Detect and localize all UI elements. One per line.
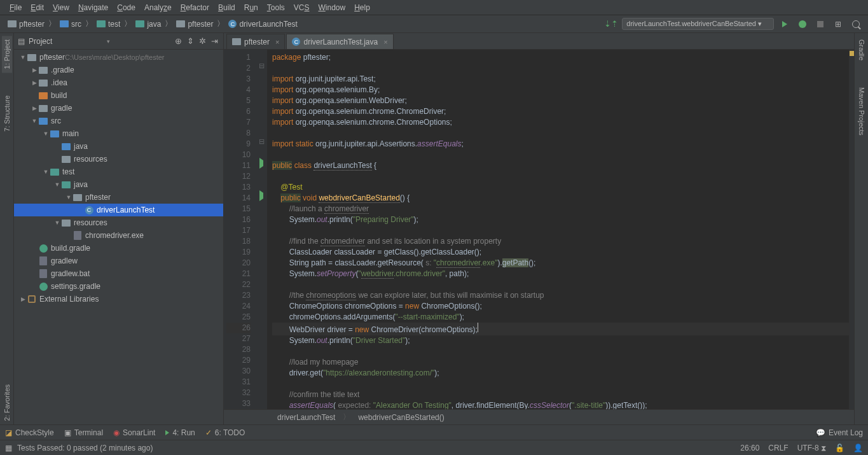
- code-editor[interactable]: package pftester; import org.junit.jupit…: [267, 50, 849, 409]
- breadcrumb-item[interactable]: src: [57, 19, 84, 29]
- tab-run[interactable]: 4: Run: [165, 428, 195, 437]
- tree-row[interactable]: ▼main: [14, 127, 223, 140]
- tree-row[interactable]: ▶.gradle: [14, 64, 223, 76]
- breadcrumb-item[interactable]: CdriverLaunchTest: [226, 19, 300, 29]
- tree-arrow-icon[interactable]: ▼: [42, 130, 50, 137]
- breadcrumb-item[interactable]: pftester: [5, 19, 47, 29]
- status-line-sep[interactable]: CRLF: [768, 444, 788, 452]
- build-icon[interactable]: ⇣⇡: [604, 19, 618, 29]
- run-button[interactable]: [778, 17, 792, 31]
- tree-row[interactable]: ▼java: [14, 178, 223, 191]
- tree-arrow-icon[interactable]: ▼: [53, 181, 61, 188]
- tree-row[interactable]: java: [14, 140, 223, 153]
- tree-row[interactable]: CdriverLaunchTest: [14, 204, 223, 216]
- gutter-run-icon[interactable]: [259, 158, 263, 169]
- bottom-tool-tabs: ◪CheckStyle ▣Terminal ◉SonarLint 4: Run …: [0, 424, 868, 440]
- menu-edit[interactable]: Edit: [26, 3, 48, 12]
- folder-orange-icon: [38, 91, 48, 100]
- menu-navigate[interactable]: Navigate: [74, 3, 113, 12]
- menu-refactor[interactable]: Refactor: [176, 3, 214, 12]
- line-number-gutter[interactable]: 1234567891011121314151617181920212223242…: [224, 50, 256, 409]
- tree-arrow-icon[interactable]: ▼: [53, 220, 61, 226]
- run-config-selector[interactable]: driverLaunchTest.webdriverCanBeStarted ▾: [622, 18, 774, 30]
- folder-teal-icon: [61, 180, 71, 189]
- sidebar-locate-icon[interactable]: ⊕: [174, 36, 183, 46]
- sidebar-collapse-icon[interactable]: ⇕: [186, 36, 195, 46]
- breadcrumb-label: test: [108, 20, 120, 29]
- tree-arrow-icon[interactable]: ▼: [65, 194, 72, 200]
- tool-tab-favorites[interactable]: 2: Favorites: [2, 381, 12, 424]
- menu-analyze[interactable]: Analyze: [140, 3, 176, 12]
- tool-tab-project[interactable]: 1: Project: [2, 36, 12, 73]
- tab-todo[interactable]: ✓6: TODO: [205, 428, 245, 437]
- menu-window[interactable]: Window: [313, 3, 350, 12]
- crumb-class[interactable]: driverLaunchTest: [277, 413, 335, 422]
- tool-tab-structure[interactable]: 7: Structure: [2, 92, 12, 136]
- menu-run[interactable]: Run: [240, 3, 263, 12]
- tree-arrow-icon[interactable]: ▼: [42, 169, 50, 175]
- tree-label: chromedriver.exe: [85, 231, 144, 240]
- folder-icon: [176, 20, 185, 27]
- status-window-icon[interactable]: ▦: [5, 444, 12, 452]
- status-caret-pos[interactable]: 26:60: [740, 444, 759, 452]
- crumb-method[interactable]: webdriverCanBeStarted(): [358, 413, 444, 422]
- tree-arrow-icon[interactable]: ▶: [19, 296, 27, 302]
- tree-row[interactable]: ▼resources: [14, 216, 223, 229]
- tool-tab-maven[interactable]: Maven Projects: [857, 83, 867, 139]
- tree-arrow-icon[interactable]: ▼: [19, 54, 27, 60]
- tab-sonarlint[interactable]: ◉SonarLint: [113, 428, 155, 437]
- gutter-run-icon[interactable]: [259, 190, 263, 201]
- tree-arrow-icon[interactable]: ▼: [31, 118, 38, 124]
- sidebar-hide-icon[interactable]: ⇥: [210, 36, 219, 46]
- breadcrumb-item[interactable]: pftester: [174, 19, 216, 29]
- tree-arrow-icon[interactable]: ▶: [31, 67, 38, 73]
- tree-row[interactable]: gradlew.bat: [14, 267, 223, 280]
- warning-marker[interactable]: [850, 51, 854, 56]
- tree-row[interactable]: gradlew: [14, 255, 223, 267]
- tree-row[interactable]: ▶gradle: [14, 102, 223, 115]
- tree-row[interactable]: chromedriver.exe: [14, 229, 223, 242]
- debug-button[interactable]: [796, 17, 809, 31]
- status-inspect-icon[interactable]: 👤: [853, 444, 863, 452]
- tree-row[interactable]: ▶External Libraries: [14, 293, 223, 305]
- status-encoding[interactable]: UTF-8 ⧗: [797, 444, 826, 452]
- menu-file[interactable]: File: [5, 3, 26, 12]
- tab-terminal[interactable]: ▣Terminal: [64, 428, 103, 437]
- tree-row[interactable]: ▼src: [14, 115, 223, 127]
- search-everywhere-button[interactable]: [849, 17, 863, 31]
- tree-arrow-icon[interactable]: ▶: [31, 80, 38, 86]
- sidebar-dropdown-icon[interactable]: ▾: [107, 38, 110, 45]
- project-tree[interactable]: ▼pftester C:\Users\mrale\Desktop\pfteste…: [14, 50, 223, 424]
- menu-view[interactable]: View: [48, 3, 74, 12]
- breadcrumb-item[interactable]: test: [94, 19, 123, 29]
- project-structure-button[interactable]: ⊞: [831, 17, 845, 31]
- tree-row[interactable]: settings.gradle: [14, 280, 223, 293]
- editor-tab[interactable]: CdriverLaunchTest.java×: [286, 34, 393, 49]
- tab-event-log[interactable]: 💬Event Log: [816, 428, 863, 437]
- status-lock-icon[interactable]: 🔓: [835, 444, 844, 452]
- menu-tools[interactable]: Tools: [263, 3, 289, 12]
- tree-arrow-icon[interactable]: ▶: [31, 105, 38, 111]
- close-icon[interactable]: ×: [383, 38, 387, 46]
- menu-code[interactable]: Code: [113, 3, 140, 12]
- tab-checkstyle[interactable]: ◪CheckStyle: [5, 428, 54, 437]
- tool-tab-gradle[interactable]: Gradle: [857, 36, 867, 64]
- close-icon[interactable]: ×: [275, 38, 279, 46]
- breadcrumb-item[interactable]: java: [133, 19, 163, 29]
- tree-row[interactable]: ▶.idea: [14, 76, 223, 89]
- tree-row[interactable]: ▼pftester: [14, 191, 223, 204]
- tree-row[interactable]: ▼pftester C:\Users\mrale\Desktop\pfteste…: [14, 51, 223, 64]
- tree-row[interactable]: build: [14, 89, 223, 102]
- tree-row[interactable]: build.gradle: [14, 242, 223, 255]
- stop-button[interactable]: [813, 17, 827, 31]
- editor-tab[interactable]: pftester×: [226, 34, 285, 49]
- menu-vcs[interactable]: VCS: [289, 3, 314, 12]
- sidebar-settings-icon[interactable]: ✲: [198, 36, 207, 46]
- tree-row[interactable]: ▼test: [14, 165, 223, 178]
- menu-build[interactable]: Build: [214, 3, 240, 12]
- gutter-marks[interactable]: ⊟⊟: [256, 50, 267, 409]
- sidebar-title: Project: [29, 37, 52, 46]
- menu-help[interactable]: Help: [350, 3, 375, 12]
- error-stripe[interactable]: [849, 50, 854, 409]
- tree-row[interactable]: resources: [14, 153, 223, 165]
